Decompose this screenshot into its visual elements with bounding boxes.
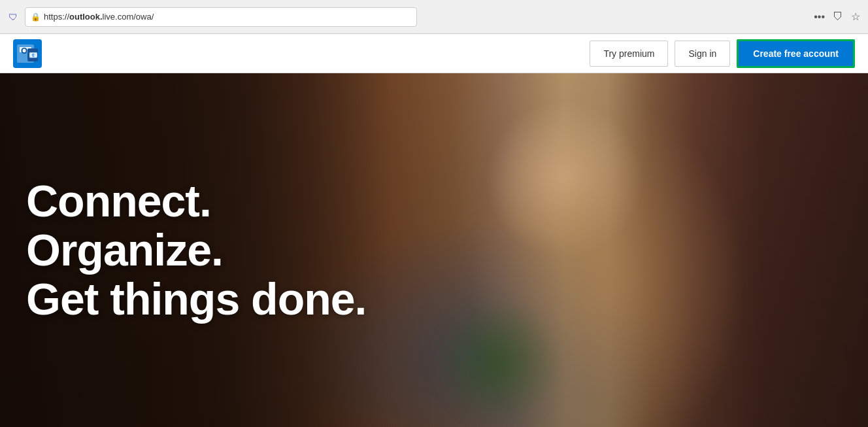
hero-content: Connect. Organize. Get things done. [0, 73, 366, 427]
svg-text:📧: 📧 [29, 50, 38, 60]
shield-icon: 🛡 [8, 12, 18, 22]
more-options-icon[interactable]: ••• [814, 11, 825, 23]
browser-actions: ••• ⛉ ☆ [814, 10, 860, 23]
browser-chrome: 🛡 🔒 https://outlook.live.com/owa/ ••• ⛉ … [0, 0, 868, 34]
try-premium-button[interactable]: Try premium [590, 41, 668, 67]
lock-icon: 🔒 [31, 12, 40, 22]
url-text: https://outlook.live.com/owa/ [44, 12, 154, 22]
svg-text:O: O [21, 46, 27, 56]
hero-section: Connect. Organize. Get things done. [0, 73, 868, 427]
hero-line-1: Connect. [26, 177, 366, 226]
header-actions: Try premium Sign in Create free account [590, 39, 855, 68]
outlook-header: O 📧 Try premium Sign in Create free acco… [0, 34, 868, 73]
sign-in-button[interactable]: Sign in [675, 41, 730, 67]
hero-leaves-decoration [433, 296, 564, 427]
create-free-account-button[interactable]: Create free account [737, 39, 855, 68]
address-bar[interactable]: 🔒 https://outlook.live.com/owa/ [25, 7, 417, 27]
hero-line-2: Organize. [26, 226, 366, 275]
hero-tagline: Connect. Organize. Get things done. [26, 177, 366, 323]
bookmark-icon[interactable]: ☆ [851, 10, 860, 23]
pocket-icon[interactable]: ⛉ [833, 11, 843, 23]
hero-line-3: Get things done. [26, 275, 366, 324]
outlook-logo-icon: O 📧 [13, 39, 42, 68]
outlook-logo[interactable]: O 📧 [13, 39, 42, 68]
